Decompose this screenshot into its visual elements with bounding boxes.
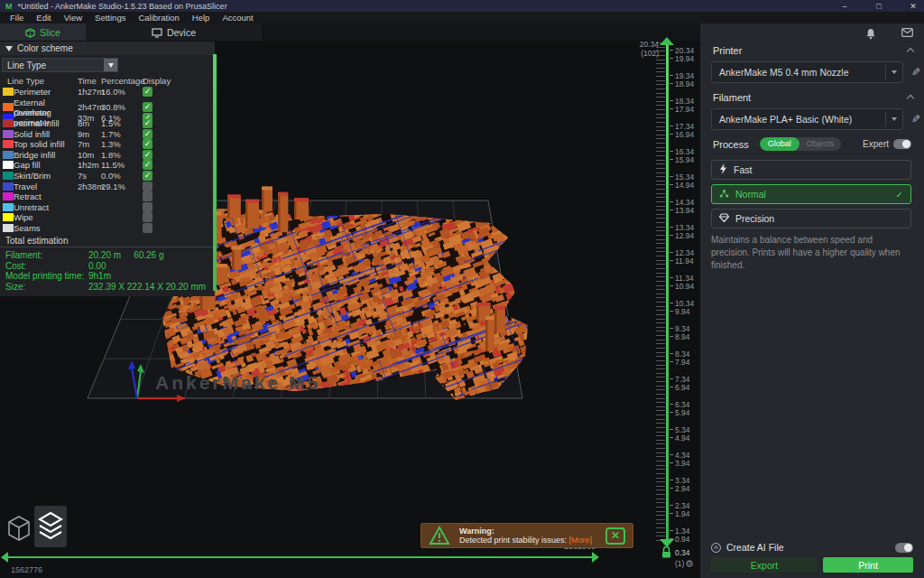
notification-bell-icon[interactable] xyxy=(865,28,876,40)
view-mode-dropdown[interactable]: Line Type xyxy=(2,58,118,72)
bed-label: AnkerMake M5 xyxy=(155,372,320,393)
display-checkbox[interactable] xyxy=(143,182,152,191)
layer-tick-label: 6.94 xyxy=(675,383,690,392)
layer-tick xyxy=(670,353,673,354)
filament-select-value: AnkerMake PLA+ Basic (White) xyxy=(712,114,885,125)
warning-more-link[interactable]: [More] xyxy=(569,536,593,545)
display-checkbox[interactable]: ✓ xyxy=(143,171,152,181)
layer-tick-label: 9.94 xyxy=(675,307,690,316)
filament-select[interactable]: AnkerMake PLA+ Basic (White) xyxy=(711,108,903,130)
display-checkbox[interactable] xyxy=(143,212,152,222)
tab-device[interactable]: Device xyxy=(86,23,262,42)
legend-time: 2h38m xyxy=(78,182,101,191)
scene-marker-bar xyxy=(213,54,217,291)
total-value: 9h1m xyxy=(88,271,214,281)
printer-select[interactable]: AnkerMake M5 0.4 mm Nozzle xyxy=(711,61,903,83)
legend-row: Wipe xyxy=(0,212,214,223)
layer-tick xyxy=(670,387,673,387)
mode-fast-button[interactable]: Fast xyxy=(711,160,911,180)
layer-tick xyxy=(670,260,673,261)
layer-tick-label: 8.94 xyxy=(675,332,690,341)
legend-time: 10m xyxy=(78,150,101,160)
display-checkbox[interactable] xyxy=(143,191,152,201)
color-scheme-header[interactable]: Color scheme xyxy=(0,42,214,55)
layer-tick xyxy=(670,252,673,253)
mode-normal-button[interactable]: Normal✓ xyxy=(711,184,911,204)
tab-slice[interactable]: Slice xyxy=(0,23,86,42)
maximize-button[interactable]: □ xyxy=(873,2,884,11)
move-slider-track[interactable] xyxy=(8,556,593,558)
display-checkbox[interactable]: ✓ xyxy=(143,87,152,97)
color-swatch xyxy=(3,103,14,111)
total-value-1: 0.00 xyxy=(88,261,106,271)
close-button[interactable]: ✕ xyxy=(908,2,919,11)
display-checkbox[interactable]: ✓ xyxy=(143,118,152,128)
legend-percentage: 16.0% xyxy=(101,87,143,97)
display-checkbox[interactable]: ✓ xyxy=(143,139,152,149)
move-slider-right-handle[interactable] xyxy=(592,552,599,563)
move-slider-left-handle[interactable] xyxy=(1,552,8,563)
layer-tick-label: 0.94 xyxy=(675,535,690,544)
minimize-button[interactable]: – xyxy=(839,2,850,11)
menu-account[interactable]: Account xyxy=(216,13,259,23)
printer-edit-icon[interactable]: ✎ xyxy=(911,66,920,79)
display-checkbox[interactable] xyxy=(143,223,152,233)
menu-edit[interactable]: Edit xyxy=(30,13,57,23)
legend-row: Bridge infill10m1.8%✓ xyxy=(0,150,214,161)
legend-time: 7m xyxy=(78,139,101,149)
print-button[interactable]: Print xyxy=(823,557,913,573)
legend-row: Perimeter1h27m16.0%✓ xyxy=(0,87,214,98)
layer-slider-top-handle[interactable] xyxy=(660,37,674,45)
layer-slider-track[interactable] xyxy=(666,42,669,545)
layer-lock-icon[interactable] xyxy=(660,545,673,559)
legend-row: Top solid infill7m1.3%✓ xyxy=(0,139,214,150)
solid-view-icon[interactable] xyxy=(6,514,32,543)
mode-precision-button[interactable]: Precision xyxy=(711,209,911,228)
total-value: 232.39 X 222.14 X 20.20 mm xyxy=(88,282,214,292)
menu-view[interactable]: View xyxy=(58,13,88,23)
layer-tick xyxy=(670,454,673,455)
layer-tick xyxy=(670,429,673,430)
legend-label: Gap fill xyxy=(14,160,78,170)
layer-slider-bottom-value: 0.34 xyxy=(675,548,690,557)
layer-tick xyxy=(670,361,673,362)
scope-objects-option[interactable]: Objects xyxy=(799,137,842,151)
menu-settings[interactable]: Settings xyxy=(88,13,132,23)
warning-close-button[interactable]: ✕ xyxy=(605,527,625,545)
filament-edit-icon[interactable]: ✎ xyxy=(911,113,920,126)
filament-section-header[interactable]: Filament xyxy=(713,90,911,105)
legend-percentage: 1.8% xyxy=(101,150,143,160)
printer-section-header[interactable]: Printer xyxy=(713,43,911,58)
layer-tick-label: 7.94 xyxy=(675,358,690,367)
layers-view-button[interactable] xyxy=(34,506,67,547)
total-estimation-values: Filament:20.20 m60.26 gCost:0.00Model pr… xyxy=(0,247,214,292)
display-checkbox[interactable]: ✓ xyxy=(143,160,152,170)
create-ai-file-toggle[interactable] xyxy=(895,543,913,553)
total-value: 0.00 xyxy=(88,261,214,271)
legend-label: Internal infill xyxy=(14,118,78,128)
legend-row: Internal infill8m1.5%✓ xyxy=(0,118,214,129)
preview-settings-icon[interactable]: ⚙ xyxy=(685,558,694,570)
layer-tick-label: 16.94 xyxy=(675,130,694,139)
export-button[interactable]: Export xyxy=(711,557,818,573)
display-checkbox[interactable]: ✓ xyxy=(143,102,152,112)
total-value-1: 20.20 m xyxy=(88,250,121,260)
process-scope-toggle[interactable]: Global Objects xyxy=(760,137,842,151)
layer-tick xyxy=(670,488,673,489)
menu-calibration[interactable]: Calibration xyxy=(132,13,185,23)
legend-row: External perimeter2h47m30.8%✓ xyxy=(0,98,214,108)
display-checkbox[interactable] xyxy=(143,202,152,212)
layer-tick xyxy=(670,151,673,152)
expert-label: Expert xyxy=(863,139,889,149)
mail-icon[interactable] xyxy=(901,28,913,37)
display-checkbox[interactable]: ✓ xyxy=(143,129,152,139)
layer-tick-label: 13.94 xyxy=(675,206,694,215)
legend-label: Seams xyxy=(14,223,78,233)
scope-global-option[interactable]: Global xyxy=(760,137,799,151)
layer-slider-bottom-index: (1) xyxy=(675,559,684,568)
menu-help[interactable]: Help xyxy=(186,13,217,23)
expert-toggle[interactable] xyxy=(893,139,911,149)
display-checkbox[interactable]: ✓ xyxy=(143,150,152,160)
dropdown-caret-button[interactable] xyxy=(104,59,117,71)
menu-file[interactable]: File xyxy=(4,13,30,23)
